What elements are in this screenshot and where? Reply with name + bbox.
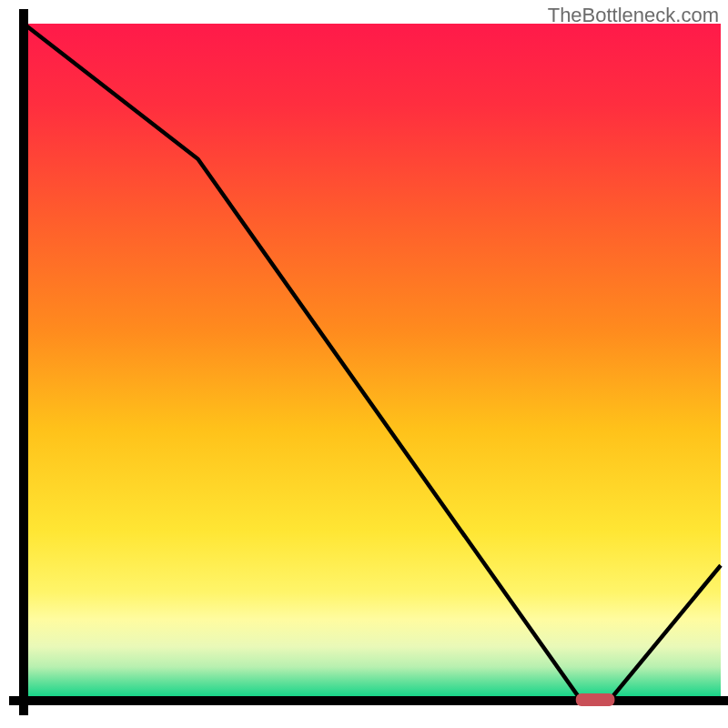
watermark-text: TheBottleneck.com xyxy=(548,4,719,27)
optimal-range-marker xyxy=(576,693,615,706)
plot-background xyxy=(24,24,721,701)
chart-container: TheBottleneck.com xyxy=(0,0,728,728)
bottleneck-chart xyxy=(0,0,728,728)
